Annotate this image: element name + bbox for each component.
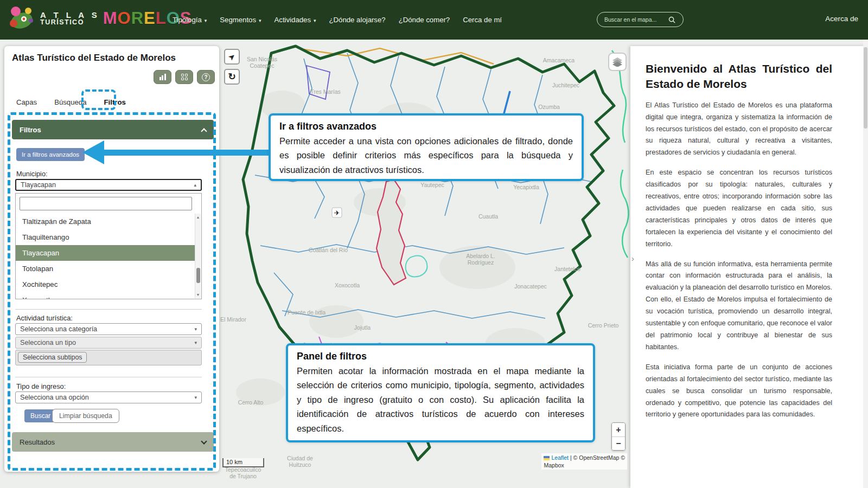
actividad-label: Actividad turística:: [16, 314, 73, 322]
callout-body: Permiten acotar la información mostrada …: [297, 364, 584, 435]
statistics-button[interactable]: [154, 70, 171, 84]
nav-item[interactable]: Segmentos▾: [220, 16, 261, 24]
left-panel: Atlas Turístico del Estado de Morelos ? …: [4, 46, 219, 472]
tipo-select[interactable]: Selecciona un tipo ▾: [15, 337, 202, 349]
page-scrollbar[interactable]: [863, 40, 868, 488]
welcome-paragraph: Más allá de su función informativa, esta…: [646, 259, 832, 354]
municipio-dropdown: Tlaltizapán de ZapataTlaquiltenangoTlaya…: [15, 193, 202, 299]
dropdown-option[interactable]: Xochitepec: [16, 277, 195, 292]
svg-text:Yautepec: Yautepec: [420, 182, 444, 188]
svg-text:Ciudad deHuitzuco: Ciudad deHuitzuco: [287, 455, 313, 468]
layers-button[interactable]: [608, 53, 627, 71]
scroll-up-icon[interactable]: ▲: [195, 214, 201, 221]
svg-text:Tres Marías: Tres Marías: [310, 88, 341, 95]
tab-filtros[interactable]: Filtros: [103, 96, 127, 108]
svg-text:Abelardo L.Rodríguez: Abelardo L.Rodríguez: [466, 253, 495, 266]
caret-down-icon: ▾: [314, 18, 316, 23]
layers-icon: [612, 57, 623, 67]
svg-text:Xoxocotla: Xoxocotla: [335, 282, 360, 288]
refresh-button[interactable]: ↻: [224, 69, 240, 85]
chevron-up-icon: [201, 128, 207, 134]
callout-filter-panel: Panel de filtros Permiten acotar la info…: [286, 343, 595, 442]
logo-text: A T L A S TURÍSTICO: [40, 11, 100, 27]
municipio-options: Tlaltizapán de ZapataTlaquiltenangoTlaya…: [16, 214, 195, 299]
subtipos-select[interactable]: Selecciona subtipos: [18, 352, 87, 363]
dropdown-scrollbar[interactable]: ▲ ▼: [195, 214, 201, 298]
caret-down-icon: ▾: [259, 18, 261, 23]
svg-text:Coatlán del Río: Coatlán del Río: [309, 247, 348, 253]
filters-section-header[interactable]: Filtros: [12, 120, 214, 139]
caret-down-icon: ▾: [194, 395, 197, 400]
welcome-heading: Bienvenido al Atlas Turístico del Estado…: [646, 61, 832, 92]
locate-icon: ➤: [226, 51, 238, 63]
dropdown-option[interactable]: Xoxocotla: [16, 292, 195, 299]
caret-down-icon: ▾: [194, 326, 197, 332]
search-icon: [668, 16, 675, 23]
panel-collapse-toggle[interactable]: ›: [631, 254, 634, 263]
nav-items: Tipología▾Segmentos▾Actividades▾¿Dónde a…: [173, 0, 502, 40]
locate-button[interactable]: ➤: [224, 49, 240, 65]
divider: [15, 309, 202, 310]
dropdown-search-input[interactable]: [20, 197, 192, 210]
advanced-filters-button[interactable]: Ir a filtros avanzados: [16, 148, 85, 161]
nav-item[interactable]: Tipología▾: [173, 16, 207, 24]
tab-busqueda[interactable]: Búsqueda: [53, 96, 87, 108]
mapbox-link[interactable]: Mapbox: [544, 462, 564, 468]
nav-item[interactable]: Actividades▾: [275, 16, 316, 24]
map-search-box[interactable]: [597, 12, 684, 27]
limpiar-button[interactable]: Limpiar búsqueda: [52, 409, 119, 423]
dropdown-option[interactable]: Totolapan: [16, 261, 195, 277]
results-section-header[interactable]: Resultados: [12, 432, 214, 452]
tab-capas[interactable]: Capas: [15, 96, 38, 108]
svg-text:Tepecoacuilcode Trujano: Tepecoacuilcode Trujano: [225, 466, 261, 479]
help-button[interactable]: ?: [197, 70, 215, 84]
municipio-select[interactable]: Tlayacapan ▴: [15, 179, 202, 191]
svg-text:Jantetelco: Jantetelco: [554, 266, 580, 272]
logo[interactable]: A T L A S TURÍSTICO MORELOS: [8, 4, 192, 33]
welcome-paragraphs: El Atlas Turístico del Estado de Morelos…: [646, 100, 832, 421]
municipio-label: Municipio:: [16, 170, 48, 178]
zoom-control: + −: [611, 422, 626, 451]
scrollbar-thumb[interactable]: [864, 47, 867, 129]
top-navbar: A T L A S TURÍSTICO MORELOS Tipología▾Se…: [0, 0, 868, 40]
zoom-out-button[interactable]: −: [612, 436, 625, 450]
subtipos-container: Selecciona subtipos: [15, 350, 202, 365]
welcome-paragraph: En este espacio se concentran los recurs…: [646, 167, 832, 250]
callout-body: Permite acceder a una vista con opciones…: [279, 134, 573, 177]
logo-emblem: [8, 4, 36, 33]
map-search-input[interactable]: [604, 16, 668, 23]
svg-text:San NicolásCoatepec: San NicolásCoatepec: [247, 56, 277, 69]
ingreso-label: Tipo de ingreso:: [16, 382, 66, 390]
svg-text:Yecapixtla: Yecapixtla: [513, 184, 539, 190]
scroll-down-icon[interactable]: ▼: [195, 291, 201, 298]
panel-tabs: Capas Búsqueda Filtros: [15, 96, 127, 108]
map-attribution: Leaflet | © OpenStreetMap © Mapbox: [541, 453, 627, 470]
svg-text:Cuautla: Cuautla: [478, 213, 498, 220]
nav-item[interactable]: ¿Dónde comer?: [399, 16, 450, 24]
airport-icon: ✈: [334, 209, 340, 217]
refresh-icon: ↻: [228, 71, 235, 82]
dropdown-option[interactable]: Tlayacapan: [16, 245, 195, 261]
svg-text:Puente de Ixtla: Puente de Ixtla: [288, 309, 326, 316]
nav-item[interactable]: Cerca de mí: [463, 16, 502, 24]
bar-chart-icon: [159, 74, 166, 80]
zoom-in-button[interactable]: +: [612, 423, 625, 436]
leaflet-link[interactable]: Leaflet: [551, 454, 569, 461]
grid-view-button[interactable]: [175, 70, 193, 84]
about-link[interactable]: Acerca de: [825, 15, 858, 23]
dropdown-option[interactable]: Tlaquiltenango: [16, 229, 195, 245]
welcome-paragraph: Esta iniciativa forma parte de un conjun…: [646, 362, 832, 421]
categoria-select[interactable]: Selecciona una categoría ▾: [15, 323, 202, 335]
dropdown-option[interactable]: Tlaltizapán de Zapata: [16, 214, 195, 229]
scroll-thumb[interactable]: [196, 268, 200, 283]
svg-text:Ozumba: Ozumba: [538, 104, 560, 110]
svg-text:Juchitepec: Juchitepec: [552, 82, 579, 88]
neighbor-boundary-2: [621, 170, 629, 258]
divider: [15, 377, 202, 377]
grid-icon: [181, 74, 188, 80]
help-icon: ?: [202, 73, 210, 81]
callout-title: Panel de filtros: [297, 351, 584, 362]
caret-down-icon: ▾: [205, 18, 207, 23]
nav-item[interactable]: ¿Dónde alojarse?: [329, 16, 386, 24]
ingreso-select[interactable]: Selecciona una opción ▾: [15, 391, 202, 403]
